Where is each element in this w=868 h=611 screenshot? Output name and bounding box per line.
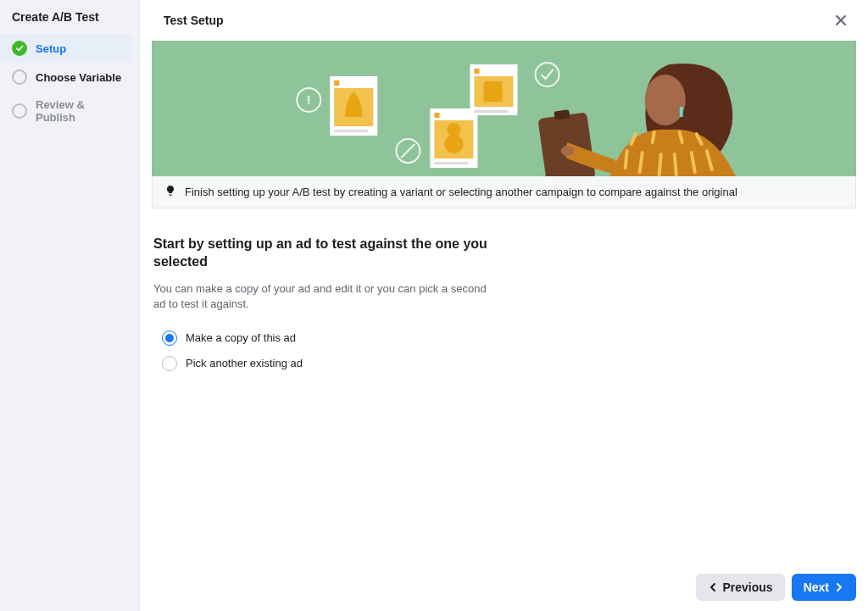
step-setup[interactable]: Setup [0, 34, 132, 63]
page-title: Test Setup [164, 14, 224, 27]
svg-rect-17 [474, 69, 479, 74]
sidebar-title: Create A/B Test [0, 10, 139, 34]
svg-rect-7 [334, 81, 339, 86]
svg-line-22 [626, 151, 627, 168]
svg-rect-11 [434, 113, 439, 118]
main-panel: Test Setup ! [140, 0, 868, 611]
circle-icon [12, 103, 27, 119]
option-pick-existing[interactable]: Pick another existing ad [162, 356, 868, 371]
svg-point-35 [673, 86, 683, 101]
chevron-right-icon [834, 582, 844, 592]
svg-point-13 [447, 123, 460, 136]
svg-rect-9 [334, 130, 368, 132]
previous-label: Previous [723, 580, 773, 594]
close-icon [834, 14, 848, 27]
check-icon [12, 41, 27, 56]
option-label: Pick another existing ad [186, 357, 303, 369]
content-heading: Start by setting up an ad to test agains… [153, 236, 492, 271]
step-review-publish[interactable]: Review & Publish [0, 92, 139, 131]
chevron-left-icon [708, 582, 718, 592]
svg-point-34 [561, 146, 575, 156]
sidebar: Create A/B Test Setup Choose Variable Re… [0, 0, 140, 611]
content-description: You can make a copy of your ad and edit … [153, 281, 492, 312]
next-label: Next [804, 580, 829, 594]
svg-rect-15 [434, 162, 468, 164]
hero-illustration: ! [152, 41, 856, 176]
svg-rect-19 [474, 110, 508, 113]
main-header: Test Setup [140, 0, 868, 41]
svg-line-24 [659, 154, 661, 175]
lightbulb-icon [164, 185, 176, 199]
option-label: Make a copy of this ad [186, 331, 296, 344]
next-button[interactable]: Next [792, 574, 856, 601]
option-make-copy[interactable]: Make a copy of this ad [162, 330, 868, 346]
svg-rect-21 [680, 107, 683, 117]
radio-icon [162, 330, 177, 346]
content: Start by setting up an ad to test agains… [140, 208, 868, 611]
step-label: Setup [36, 42, 66, 55]
step-choose-variable[interactable]: Choose Variable [0, 63, 139, 92]
svg-text:!: ! [307, 92, 311, 107]
circle-icon [12, 69, 27, 85]
hint-bar: Finish setting up your A/B test by creat… [152, 176, 856, 208]
previous-button[interactable]: Previous [696, 574, 785, 601]
radio-icon [162, 356, 177, 371]
hint-text: Finish setting up your A/B test by creat… [185, 186, 737, 198]
svg-point-14 [444, 135, 463, 153]
step-label: Review & Publish [36, 98, 127, 124]
step-label: Choose Variable [36, 71, 121, 84]
footer: Previous Next [696, 574, 857, 601]
svg-line-25 [675, 154, 676, 175]
close-button[interactable] [829, 8, 853, 32]
svg-line-29 [653, 132, 654, 142]
